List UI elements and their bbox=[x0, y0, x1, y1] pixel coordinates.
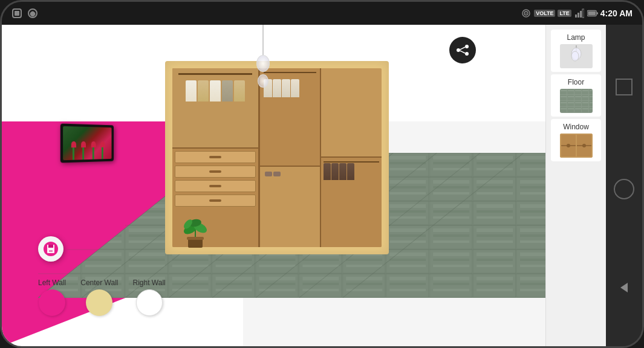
lamp-shade-2 bbox=[258, 74, 268, 88]
shelf-row-3 bbox=[324, 127, 379, 154]
phone-controls bbox=[606, 25, 642, 346]
left-wall-label: Left Wall bbox=[38, 279, 66, 287]
clothes-items-1 bbox=[186, 80, 245, 102]
svg-rect-61 bbox=[582, 144, 586, 147]
svg-rect-33 bbox=[187, 237, 204, 240]
room-scene: Left Wall Center Wall Right Wall bbox=[2, 25, 545, 346]
bottom-hanging bbox=[321, 158, 382, 247]
shirt-m-4 bbox=[291, 79, 299, 97]
dark-shirt-1 bbox=[324, 163, 331, 180]
svg-rect-54 bbox=[560, 89, 593, 113]
svg-line-47 bbox=[460, 51, 465, 53]
app-icon-2 bbox=[27, 8, 38, 19]
status-time: 4:20 AM bbox=[600, 8, 633, 18]
svg-line-46 bbox=[460, 47, 465, 50]
signal-icon bbox=[574, 8, 585, 19]
plant bbox=[177, 217, 213, 253]
svg-point-44 bbox=[457, 48, 460, 52]
shelf-3 bbox=[262, 191, 317, 201]
shelf-row-2 bbox=[324, 99, 379, 126]
rod-3 bbox=[324, 161, 379, 163]
drawer-1 bbox=[175, 151, 256, 163]
wardrobe-right-section bbox=[260, 68, 382, 247]
shoe-1 bbox=[265, 172, 272, 176]
shirt-1 bbox=[186, 80, 197, 102]
share-button[interactable] bbox=[449, 37, 476, 63]
tulip-2 bbox=[82, 147, 84, 160]
dark-shirt-4 bbox=[347, 163, 354, 180]
svg-rect-42 bbox=[49, 250, 53, 252]
save-button[interactable] bbox=[38, 236, 63, 262]
top-shelves bbox=[321, 68, 382, 158]
tv-screen bbox=[63, 126, 111, 160]
wardrobe-far-right bbox=[321, 68, 382, 247]
center-wall-label: Center Wall bbox=[80, 279, 118, 287]
center-wall-color[interactable] bbox=[86, 289, 112, 316]
right-wall-label: Right Wall bbox=[133, 279, 166, 287]
volte-badge: VOLTE bbox=[534, 10, 555, 17]
left-wall-color[interactable] bbox=[39, 289, 65, 316]
window-thumbnail bbox=[560, 134, 593, 158]
back-icon bbox=[620, 283, 628, 292]
sidebar-item-window[interactable]: Window bbox=[551, 119, 601, 161]
tulip-3 bbox=[93, 147, 94, 160]
rod-2 bbox=[264, 72, 316, 73]
svg-rect-6 bbox=[575, 14, 577, 18]
right-wall-color[interactable] bbox=[136, 289, 163, 316]
tulip-4 bbox=[102, 147, 103, 160]
home-button[interactable] bbox=[614, 179, 634, 199]
svg-rect-8 bbox=[580, 11, 582, 18]
pendant-lamp bbox=[256, 25, 270, 88]
right-sidebar: Lamp Floor bbox=[545, 25, 606, 346]
svg-point-5 bbox=[525, 13, 527, 14]
save-icon bbox=[44, 242, 58, 256]
tulip-1 bbox=[73, 147, 74, 160]
right-wall-option[interactable]: Right Wall bbox=[133, 279, 166, 316]
status-bar-right: VOLTE LTE 4:20 AM bbox=[521, 8, 633, 19]
lte-badge: LTE bbox=[558, 10, 571, 17]
center-wall-option[interactable]: Center Wall bbox=[80, 279, 118, 316]
window-label: Window bbox=[563, 123, 589, 131]
svg-rect-60 bbox=[567, 144, 570, 147]
left-wall-option[interactable]: Left Wall bbox=[38, 279, 66, 316]
dark-shirts bbox=[324, 163, 354, 180]
svg-rect-1 bbox=[15, 11, 19, 16]
sidebar-item-floor[interactable]: Floor bbox=[551, 74, 601, 117]
sidebar-item-lamp[interactable]: Lamp bbox=[551, 30, 601, 72]
shelf-1 bbox=[262, 169, 317, 179]
svg-rect-9 bbox=[582, 9, 584, 18]
floor-label: Floor bbox=[568, 78, 584, 86]
lamp-label: Lamp bbox=[567, 33, 585, 42]
drawer-2 bbox=[175, 166, 256, 178]
app-screen: Left Wall Center Wall Right Wall bbox=[2, 25, 545, 346]
shelves-section bbox=[260, 167, 319, 247]
recent-apps-button[interactable] bbox=[616, 79, 633, 95]
svg-rect-12 bbox=[588, 11, 596, 15]
hanging-clothes-top bbox=[172, 68, 258, 149]
dark-shirt-3 bbox=[339, 163, 346, 180]
drawer-4 bbox=[175, 195, 256, 207]
shirt-m-2 bbox=[273, 79, 281, 97]
tv-content bbox=[63, 140, 111, 160]
tv-frame bbox=[60, 123, 114, 163]
shirt-4 bbox=[222, 80, 233, 102]
status-bar: VOLTE LTE 4:20 AM bbox=[2, 2, 642, 25]
shirt-5 bbox=[234, 80, 245, 102]
phone-content: Left Wall Center Wall Right Wall bbox=[2, 25, 642, 346]
color-picker-bar: Left Wall Center Wall Right Wall bbox=[38, 279, 166, 316]
shelf-2 bbox=[262, 180, 317, 190]
dark-shirt-2 bbox=[331, 163, 339, 180]
battery-icon bbox=[587, 8, 598, 19]
wardrobe-middle bbox=[260, 68, 320, 247]
phone-frame: VOLTE LTE 4:20 AM bbox=[0, 0, 644, 348]
drawer-3 bbox=[175, 180, 256, 192]
clothes-rod-1 bbox=[178, 73, 252, 75]
shirt-2 bbox=[198, 80, 209, 102]
svg-rect-7 bbox=[577, 13, 579, 18]
lamp-cord bbox=[262, 25, 264, 55]
svg-point-43 bbox=[465, 45, 469, 48]
svg-point-50 bbox=[571, 51, 579, 61]
tv bbox=[60, 123, 114, 163]
back-button[interactable] bbox=[620, 283, 628, 292]
svg-rect-40 bbox=[48, 245, 53, 248]
